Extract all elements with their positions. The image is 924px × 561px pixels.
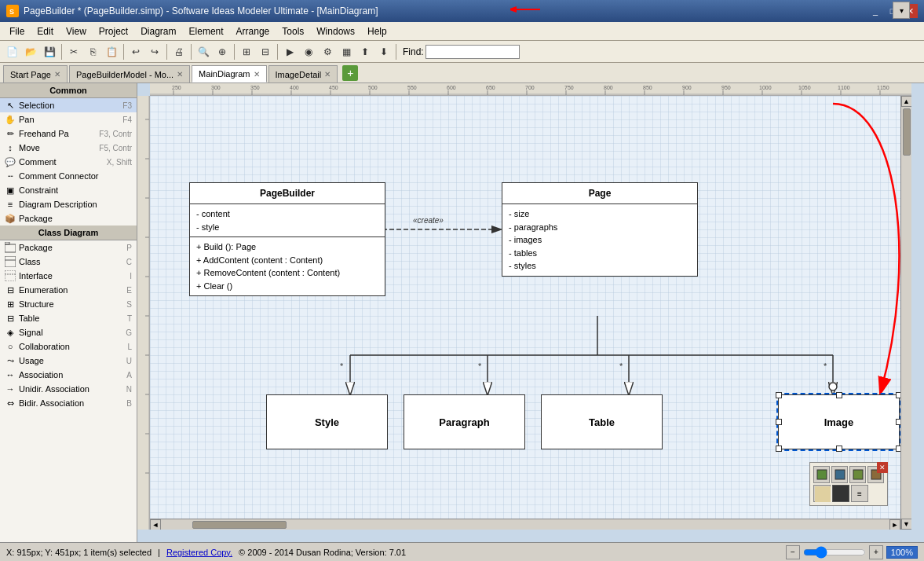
tab-pagebuildermodel-label: PageBuilderModel - Mo... [76, 70, 173, 79]
sidebar-item-pan[interactable]: ✋ Pan F4 [0, 112, 137, 126]
toolbar-paste[interactable]: 📋 [103, 43, 120, 60]
page-box[interactable]: Page - size - paragraphs - images - tabl… [502, 182, 698, 277]
toolbar-save[interactable]: 💾 [41, 43, 58, 60]
menu-project[interactable]: Project [93, 24, 134, 38]
sidebar-association-label: Association [19, 370, 63, 380]
toolbar-export[interactable]: ⬆ [356, 43, 374, 60]
tab-overflow-button[interactable]: ▾ [893, 2, 910, 19]
image-box[interactable]: Image [778, 394, 900, 449]
sidebar-item-package-common[interactable]: 📦 Package [0, 211, 137, 226]
mini-btn-3[interactable] [849, 466, 866, 483]
menu-tools[interactable]: Tools [276, 24, 310, 38]
status-bar: X: 915px; Y: 451px; 1 item(s) selected |… [0, 542, 924, 561]
sidebar-item-constraint[interactable]: ▣ Constraint [0, 183, 137, 197]
toolbar-copy[interactable]: ⎘ [84, 43, 101, 60]
tab-maindiagram-close[interactable]: ✕ [254, 70, 260, 79]
mini-color-1[interactable] [813, 485, 831, 502]
sidebar-item-signal[interactable]: ◈ Signal G [0, 325, 137, 339]
zoom-out-button[interactable]: − [786, 545, 800, 559]
style-label: Style [315, 416, 339, 428]
scrollbar-horizontal[interactable]: ◄ ► [150, 519, 900, 530]
style-box[interactable]: Style [266, 394, 388, 449]
toolbar-zoom-fit[interactable]: 🔍 [195, 43, 212, 60]
menu-view[interactable]: View [60, 24, 93, 38]
sidebar-item-diagram-description[interactable]: ≡ Diagram Description [0, 197, 137, 211]
tab-add-button[interactable]: + [342, 65, 358, 81]
scroll-right[interactable]: ► [889, 519, 900, 530]
mini-color-black[interactable] [832, 485, 849, 502]
toolbar-props[interactable]: ⚙ [319, 43, 336, 60]
zoom-slider[interactable] [803, 549, 866, 556]
find-input[interactable] [425, 45, 520, 59]
scroll-left[interactable]: ◄ [150, 519, 161, 530]
resize-handle-bl[interactable] [776, 446, 782, 452]
toolbar-layout[interactable]: ▦ [338, 43, 355, 60]
sidebar-item-table[interactable]: ⊟ Table T [0, 311, 137, 325]
pagebuilder-box[interactable]: PageBuilder - content - style + Build ()… [189, 182, 385, 296]
menu-help[interactable]: Help [361, 24, 393, 38]
toolbar-grid[interactable]: ⊞ [238, 43, 255, 60]
sidebar-item-comment-connector[interactable]: ╌ Comment Connector [0, 169, 137, 183]
svg-rect-81 [817, 470, 827, 479]
scroll-down[interactable]: ▼ [901, 519, 912, 530]
sidebar-item-usage[interactable]: ⤳ Usage U [0, 354, 137, 368]
tab-maindiagram[interactable]: MainDiagram ✕ [192, 65, 266, 82]
sidebar-item-unidir-association[interactable]: → Unidir. Association N [0, 382, 137, 396]
resize-handle-ml[interactable] [776, 419, 782, 425]
menu-arrange[interactable]: Arrange [230, 24, 276, 38]
tab-imagedetail-close[interactable]: ✕ [324, 70, 331, 79]
sidebar-item-selection[interactable]: ↖ Selection F3 [0, 98, 137, 112]
toolbar-snap[interactable]: ⊟ [257, 43, 274, 60]
enumeration-icon: ⊟ [5, 284, 16, 295]
sidebar-item-structure[interactable]: ⊞ Structure S [0, 297, 137, 311]
menu-file[interactable]: File [3, 24, 31, 38]
toolbar-zoom-in[interactable]: ⊕ [214, 43, 231, 60]
resize-handle-tm[interactable] [836, 392, 842, 398]
sidebar-unidir-shortcut: N [126, 385, 132, 394]
sidebar-item-package[interactable]: Package P [0, 240, 137, 255]
minimize-button[interactable]: _ [867, 4, 883, 18]
toolbar-import[interactable]: ⬇ [375, 43, 393, 60]
resize-handle-tl[interactable] [776, 392, 782, 398]
tab-pagebuildermodel[interactable]: PageBuilderModel - Mo... ✕ [69, 65, 190, 82]
sidebar-item-move[interactable]: ↕ Move F5, Contr [0, 141, 137, 155]
diagram-description-icon: ≡ [5, 199, 16, 210]
tab-start-page-close[interactable]: ✕ [54, 70, 60, 79]
sidebar-item-interface[interactable]: Interface I [0, 269, 137, 283]
sidebar-item-enumeration[interactable]: ⊟ Enumeration E [0, 283, 137, 297]
toolbar-cut[interactable]: ✂ [65, 43, 82, 60]
toolbar-open[interactable]: 📂 [22, 43, 39, 60]
toolbar-print[interactable]: 🖨 [170, 43, 188, 60]
sidebar-item-comment[interactable]: 💬 Comment X, Shift [0, 155, 137, 169]
move-icon: ↕ [5, 142, 16, 153]
table-box[interactable]: Table [541, 394, 663, 449]
mini-toolbar-close[interactable]: ✕ [877, 462, 888, 473]
toolbar-new[interactable]: 📄 [3, 43, 20, 60]
tab-start-page[interactable]: Start Page ✕ [3, 65, 68, 82]
menu-windows[interactable]: Windows [310, 24, 361, 38]
toolbar-run[interactable]: ▶ [281, 43, 298, 60]
sidebar-item-freehand[interactable]: ✏ Freehand Pa F3, Contr [0, 126, 137, 141]
toolbar-redo[interactable]: ↪ [146, 43, 163, 60]
paragraph-box[interactable]: Paragraph [404, 394, 525, 449]
scroll-up[interactable]: ▲ [901, 96, 912, 107]
status-registered-copy[interactable]: Registered Copy. [166, 548, 232, 557]
menu-diagram[interactable]: Diagram [134, 24, 182, 38]
zoom-in-button[interactable]: + [869, 545, 883, 559]
mini-btn-1[interactable] [813, 466, 830, 483]
tab-imagedetail[interactable]: ImageDetail ✕ [268, 65, 338, 82]
mini-btn-2[interactable] [831, 466, 848, 483]
sidebar-item-bidir-association[interactable]: ⇔ Bidir. Association B [0, 396, 137, 410]
resize-handle-bm[interactable] [836, 446, 842, 452]
toolbar-undo[interactable]: ↩ [127, 43, 144, 60]
scrollbar-vertical[interactable]: ▲ ▼ [900, 96, 911, 530]
tab-pagebuildermodel-close[interactable]: ✕ [177, 70, 183, 79]
menu-edit[interactable]: Edit [31, 24, 60, 38]
sidebar-item-collaboration[interactable]: ○ Collaboration L [0, 339, 137, 354]
toolbar-diagram[interactable]: ◉ [300, 43, 317, 60]
sidebar-item-class[interactable]: Class C [0, 255, 137, 269]
sidebar-item-association[interactable]: ↔ Association A [0, 368, 137, 382]
menu-element[interactable]: Element [183, 24, 230, 38]
mini-btn-list[interactable]: ≡ [851, 485, 868, 502]
canvas[interactable]: «create» * * * * [150, 96, 911, 530]
